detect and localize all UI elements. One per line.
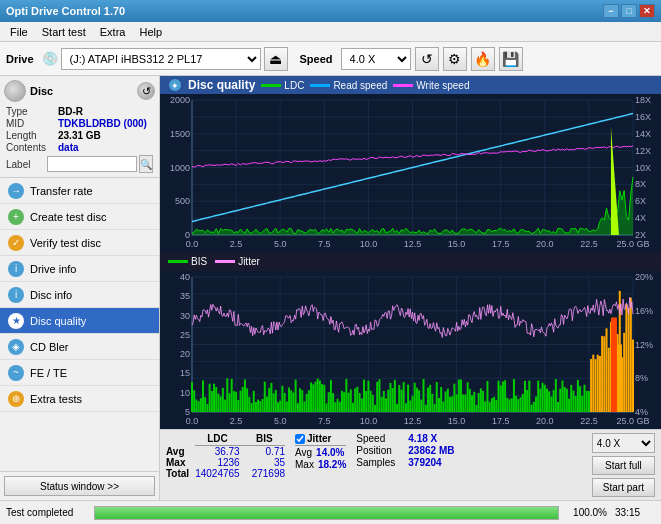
mid-label: MID	[6, 118, 58, 129]
legend-read-speed: Read speed	[310, 80, 387, 91]
nav-verify-test-disc-icon: ✓	[8, 235, 24, 251]
burn-button[interactable]: 🔥	[471, 47, 495, 71]
contents-label: Contents	[6, 142, 58, 153]
nav-transfer-rate[interactable]: → Transfer rate	[0, 178, 159, 204]
lower-chart-container	[160, 271, 661, 430]
legend-ldc: LDC	[261, 80, 304, 91]
type-label: Type	[6, 106, 58, 117]
nav-create-test-disc-icon: +	[8, 209, 24, 225]
menu-extra[interactable]: Extra	[94, 24, 132, 40]
refresh-button[interactable]: ↺	[415, 47, 439, 71]
speed-key: Speed	[356, 433, 404, 444]
disc-length-row: Length 23.31 GB	[6, 130, 153, 141]
nav-transfer-rate-icon: →	[8, 183, 24, 199]
maximize-button[interactable]: □	[621, 4, 637, 18]
eject-button[interactable]: ⏏	[264, 47, 288, 71]
nav-create-test-disc-label: Create test disc	[30, 211, 106, 223]
jitter-max: 18.2%	[318, 459, 346, 470]
toolbar: Drive 💿 (J:) ATAPI iHBS312 2 PL17 ⏏ Spee…	[0, 42, 661, 76]
samples-value: 379204	[408, 457, 441, 468]
legend-bis: BIS	[168, 256, 207, 267]
disc-title: Disc	[30, 85, 53, 97]
nav-cd-bler[interactable]: ◈ CD Bler	[0, 334, 159, 360]
nav-drive-info-label: Drive info	[30, 263, 76, 275]
nav-disc-info-label: Disc info	[30, 289, 72, 301]
legend-jitter-color	[215, 260, 235, 263]
disc-label-row: Label 🔍	[6, 155, 153, 173]
speed-select[interactable]: 4.0 X	[592, 433, 655, 453]
disc-header: Disc ↺	[4, 80, 155, 102]
label-input[interactable]	[47, 156, 137, 172]
menu-file[interactable]: File	[4, 24, 34, 40]
window-controls: − □ ✕	[603, 4, 655, 18]
app-title: Opti Drive Control 1.70	[6, 5, 125, 17]
status-window-button[interactable]: Status window >>	[4, 476, 155, 496]
speed-selector[interactable]: 4.0 X	[341, 48, 411, 70]
bis-total: 271698	[252, 468, 285, 479]
speed-value: 4.18 X	[408, 433, 437, 444]
ldc-avg: 36.73	[195, 446, 252, 458]
progress-bar-outer	[94, 506, 559, 520]
nav-disc-info[interactable]: i Disc info	[0, 282, 159, 308]
nav-verify-test-disc[interactable]: ✓ Verify test disc	[0, 230, 159, 256]
minimize-button[interactable]: −	[603, 4, 619, 18]
drive-icon: 💿	[42, 51, 58, 66]
bis-legend: BIS Jitter	[160, 253, 661, 271]
jitter-section: Jitter Avg 14.0% Max 18.2%	[295, 433, 346, 470]
start-full-button[interactable]: Start full	[592, 456, 655, 475]
time-display: 33:15	[615, 507, 655, 518]
action-section: 4.0 X Start full Start part	[592, 433, 655, 497]
settings-button[interactable]: ⚙	[443, 47, 467, 71]
progress-bar-area: Test completed 100.0% 33:15	[0, 500, 661, 524]
progress-percent: 100.0%	[567, 507, 607, 518]
nav-create-test-disc[interactable]: + Create test disc	[0, 204, 159, 230]
nav-fe-te[interactable]: ~ FE / TE	[0, 360, 159, 386]
start-part-button[interactable]: Start part	[592, 478, 655, 497]
length-value: 23.31 GB	[58, 130, 101, 141]
nav-fe-te-icon: ~	[8, 365, 24, 381]
save-button[interactable]: 💾	[499, 47, 523, 71]
legend-ldc-color	[261, 84, 281, 87]
avg-label: Avg	[166, 446, 195, 458]
nav-disc-info-icon: i	[8, 287, 24, 303]
contents-value[interactable]: data	[58, 142, 79, 153]
nav-disc-quality[interactable]: ★ Disc quality	[0, 308, 159, 334]
nav-drive-info[interactable]: i Drive info	[0, 256, 159, 282]
chart-icon: ✦	[168, 78, 182, 92]
nav-extra-tests[interactable]: ⊕ Extra tests	[0, 386, 159, 412]
nav-cd-bler-icon: ◈	[8, 339, 24, 355]
jitter-checkbox[interactable]	[295, 434, 305, 444]
main-content: Disc ↺ Type BD-R MID TDKBLDRBD (000) Len…	[0, 76, 661, 500]
disc-icon	[4, 80, 26, 102]
disc-section: Disc ↺ Type BD-R MID TDKBLDRBD (000) Len…	[0, 76, 159, 178]
position-key: Position	[356, 445, 404, 456]
nav-fe-te-label: FE / TE	[30, 367, 67, 379]
upper-chart-canvas	[160, 94, 661, 253]
drive-selector[interactable]: (J:) ATAPI iHBS312 2 PL17	[61, 48, 261, 70]
disc-refresh-icon[interactable]: ↺	[137, 82, 155, 100]
label-browse-button[interactable]: 🔍	[139, 155, 153, 173]
lower-chart-canvas	[160, 271, 661, 430]
close-button[interactable]: ✕	[639, 4, 655, 18]
nav-disc-quality-icon: ★	[8, 313, 24, 329]
length-label: Length	[6, 130, 58, 141]
stats-area: LDC BIS Avg 36.73 0.71 Max 1236 35 Total…	[160, 429, 661, 500]
max-label: Max	[166, 457, 195, 468]
menu-start-test[interactable]: Start test	[36, 24, 92, 40]
label-label: Label	[6, 159, 45, 170]
chart-header: ✦ Disc quality LDC Read speed Write spee…	[160, 76, 661, 94]
speed-label: Speed	[300, 53, 333, 65]
disc-type-row: Type BD-R	[6, 106, 153, 117]
samples-key: Samples	[356, 457, 404, 468]
stats-table: LDC BIS Avg 36.73 0.71 Max 1236 35 Total…	[166, 433, 285, 479]
ldc-max: 1236	[195, 457, 252, 468]
legend-write-speed: Write speed	[393, 80, 469, 91]
ldc-total: 14024765	[195, 468, 252, 479]
position-value: 23862 MB	[408, 445, 454, 456]
menu-help[interactable]: Help	[133, 24, 168, 40]
sidebar: Disc ↺ Type BD-R MID TDKBLDRBD (000) Len…	[0, 76, 160, 500]
bis-avg: 0.71	[252, 446, 285, 458]
nav-extra-tests-label: Extra tests	[30, 393, 82, 405]
legend-bis-color	[168, 260, 188, 263]
bis-header: BIS	[252, 433, 285, 446]
